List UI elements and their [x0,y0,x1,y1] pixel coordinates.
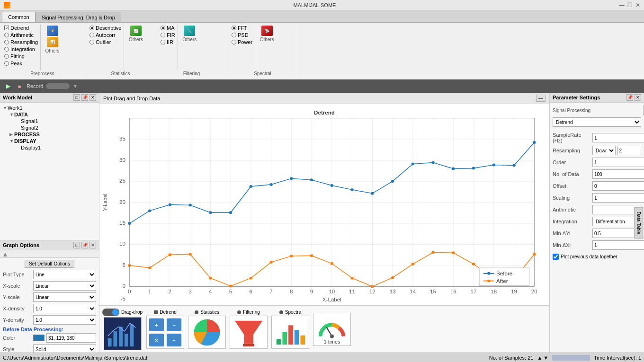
peak-radio[interactable] [4,61,9,66]
descriptive-radio[interactable] [89,26,94,30]
thumb-filtering[interactable]: Filtering [229,309,268,350]
play-button[interactable]: ▶ [4,82,12,90]
arithmetic-radio[interactable] [4,33,9,37]
filtering-other-icon-1[interactable]: 🔧 [184,26,195,36]
plot-minimize-btn[interactable]: — [536,95,546,102]
ydensity-select[interactable]: 1.0 [33,315,96,325]
param-settings-title: Parameter Settings [553,95,600,100]
ma-radio[interactable] [161,26,165,30]
plot-together-label: Plot previous data together [561,254,617,259]
min-dxi-input[interactable] [592,240,644,250]
integration-radio[interactable] [4,47,9,52]
toolbar-psd[interactable]: PSD [230,32,254,38]
xscale-label: X-scale [3,283,31,289]
tab-common[interactable]: Common [2,12,36,22]
toolbar-resampling[interactable]: Resampling [3,39,39,45]
restore-button[interactable]: ❐ [627,2,633,9]
param-pin-btn[interactable]: 📌 [626,94,633,101]
spectral-other-icon-1[interactable]: 📡 [261,26,273,36]
data-table-tab[interactable]: Data Table [635,207,644,238]
offset-input[interactable] [592,181,644,191]
resampling-select[interactable]: Down [592,146,616,155]
up-arrow-btn[interactable]: ▲ [537,355,542,361]
statistics-label: Statistics [88,70,153,77]
toolbar-fir[interactable]: FIR [159,32,177,38]
set-default-options-button[interactable]: Set Default Options [25,260,74,268]
record-arrow[interactable]: ▼ [72,83,78,89]
down-arrow-btn[interactable]: ▼ [543,355,548,361]
tab-signal-processing[interactable]: Signal Processing: Drag & Drop [36,12,121,22]
toolbar-autocorr[interactable]: Autocorr [88,32,123,38]
tree-node-display[interactable]: ▼ DISPLAY [9,138,97,144]
close-button[interactable]: ✕ [635,2,640,9]
dragdrop-toggle[interactable] [102,309,119,316]
toolbar-fitting[interactable]: Fitting [3,53,39,60]
svg-point-91 [229,285,232,288]
toolbar-power[interactable]: Power [230,39,254,45]
toolbar-arithmetic[interactable]: Arithmetic [3,32,39,38]
toolbar-ma[interactable]: MA [159,25,177,31]
preprocess-other-icon-2[interactable]: 📊 [47,37,58,47]
toolbar-peak[interactable]: Peak [3,60,39,67]
graph-opts-close-btn[interactable]: ✕ [89,242,96,248]
work-model-minimize-btn[interactable]: □ [73,94,80,101]
thumb-dragdrop[interactable]: Drag-drop [101,308,143,351]
xscale-select[interactable]: Linear [33,281,96,291]
detrend-select[interactable]: Detrend [553,117,641,127]
outlier-radio[interactable] [89,40,94,44]
svg-point-96 [331,262,333,265]
toolbar-iir[interactable]: IIR [159,39,177,45]
no-of-data-input[interactable] [592,169,644,179]
tree-node-data[interactable]: ▼ DATA [9,111,97,118]
stop-button[interactable]: ■ [15,82,24,90]
graph-opts-pin-btn[interactable]: 📌 [81,242,88,248]
title-bar: MALMIJAL-SOME — ❐ ✕ [0,0,644,10]
tree-node-work1[interactable]: ▼ Work1 [2,105,97,111]
toolbar-outlier[interactable]: Outlier [88,39,123,45]
psd-radio[interactable] [232,33,236,37]
work-model-pin-btn[interactable]: 📌 [81,94,88,101]
yscale-select[interactable]: Linear [33,292,96,302]
style-select[interactable]: Solid [33,344,96,353]
thumb-spectra[interactable]: Spectra [270,309,310,350]
svg-point-90 [209,277,212,280]
scaling-input[interactable] [592,193,644,203]
tree-node-signal1[interactable]: Signal1 [15,118,97,124]
statistics-others-block: 📈 Others [124,25,147,70]
graph-opts-minimize-btn[interactable]: □ [73,242,80,248]
scroll-up-btn[interactable]: ▲ [2,250,9,258]
toolbar-fft[interactable]: FFT [230,25,254,31]
plot-type-select[interactable]: Line [33,270,96,279]
minimize-button[interactable]: — [619,2,625,9]
thumb-statistics[interactable]: Statistics [187,309,227,350]
svg-text:Before: Before [496,271,512,276]
tree-node-signal2[interactable]: Signal2 [15,124,97,131]
fft-radio[interactable] [232,26,236,30]
autocorr-radio[interactable] [89,33,94,37]
fitting-radio[interactable] [4,54,9,59]
toolbar-descriptive[interactable]: Descriptive [88,25,123,31]
color-swatch[interactable] [33,335,45,341]
detrend-checkbox[interactable] [4,26,9,30]
thumb-detrend[interactable]: Detrend + − × ÷ [145,309,185,350]
power-radio[interactable] [232,40,236,44]
thumb-gauge[interactable]: 1 times [312,312,352,347]
statistics-other-icon-1[interactable]: 📈 [130,26,142,36]
resampling-num-input[interactable] [617,146,642,155]
plot-together-checkbox[interactable] [553,254,559,260]
color-input[interactable] [46,333,96,343]
resampling-radio[interactable] [4,40,9,44]
toolbar-detrend[interactable]: Detrend [3,25,39,31]
work-model-close-btn[interactable]: ✕ [89,94,96,101]
fir-radio[interactable] [161,33,165,37]
tree-node-process[interactable]: ▶ PROCESS [9,131,97,138]
samplerate-input[interactable] [592,133,644,142]
toolbar-integration[interactable]: Integration [3,46,39,53]
order-input[interactable] [592,158,644,167]
tree-node-display1[interactable]: Display1 [15,144,97,151]
svg-point-65 [128,222,131,225]
preprocess-other-icon-1[interactable]: ⚡ [47,26,58,36]
xdensity-select[interactable]: 1.0 [33,304,96,313]
param-close-btn[interactable]: ✕ [635,94,641,101]
iir-radio[interactable] [161,40,165,44]
